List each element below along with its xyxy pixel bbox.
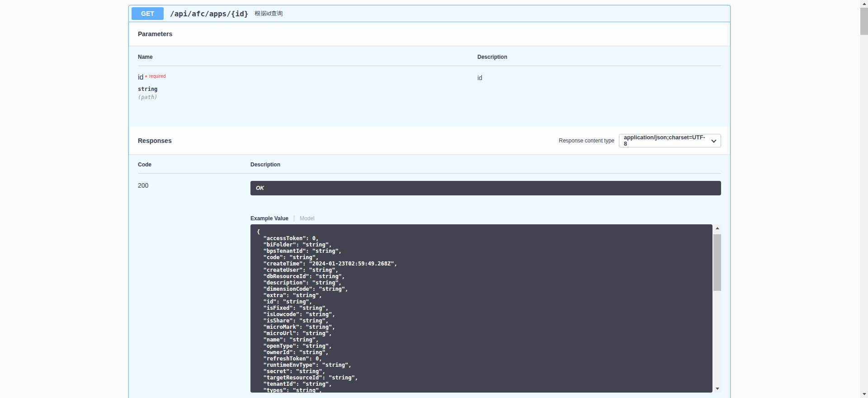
response-description-cell: OK Example Value Model { "accessToken": …	[250, 174, 721, 393]
example-json-code: { "accessToken": 0, "biFolder": "string"…	[250, 224, 712, 393]
responses-table: Code Description 200 OK Example Value Mo…	[129, 154, 730, 398]
parameters-title: Parameters	[138, 30, 172, 38]
param-col-name-header: Name	[138, 54, 477, 66]
example-code-pane: { "accessToken": 0, "biFolder": "string"…	[250, 224, 712, 393]
operation-summary[interactable]: GET /api/afc/apps/{id} 根据id查询	[129, 5, 730, 22]
tab-example-value[interactable]: Example Value	[250, 215, 294, 222]
example-scrollbar-thumb[interactable]	[713, 234, 721, 291]
tab-model[interactable]: Model	[294, 215, 315, 222]
page-scrollbar-thumb[interactable]	[860, 8, 868, 35]
http-method-badge: GET	[132, 7, 164, 20]
param-col-description-header: Description	[477, 54, 721, 66]
example-scrollbar[interactable]	[713, 224, 721, 393]
required-label: required	[149, 74, 166, 79]
response-content-type-group: Response content type application/json;c…	[559, 134, 721, 147]
response-description-text: OK	[250, 181, 721, 195]
response-content-type-select[interactable]: application/json;charset=UTF-8	[619, 134, 721, 147]
endpoint-summary-text: 根据id查询	[255, 9, 283, 18]
page-scroll-up-icon[interactable]	[860, 0, 868, 8]
example-scroll-down-icon[interactable]	[713, 385, 721, 393]
chevron-down-icon	[711, 137, 716, 142]
response-content-type-value: application/json;charset=UTF-8	[624, 134, 707, 147]
page-scrollbar[interactable]	[860, 0, 868, 398]
endpoint-path-link[interactable]: /api/afc/apps/{id}	[170, 9, 248, 18]
resp-col-code-header: Code	[138, 161, 250, 174]
parameters-table: Name Description id*required string (pat…	[129, 46, 730, 127]
required-star: *	[145, 74, 147, 81]
param-location: (path)	[138, 94, 477, 100]
responses-section-header: Responses Response content type applicat…	[129, 127, 730, 154]
param-row-name-cell: id*required string (path)	[138, 66, 477, 100]
page-scroll-down-icon[interactable]	[860, 390, 868, 398]
param-type: string	[138, 86, 477, 92]
responses-title: Responses	[138, 137, 172, 144]
parameters-section-header: Parameters	[129, 22, 730, 46]
example-scroll-up-icon[interactable]	[713, 224, 721, 232]
param-description: id	[477, 66, 721, 100]
resp-col-description-header: Description	[250, 161, 721, 174]
example-value-block: { "accessToken": 0, "biFolder": "string"…	[250, 224, 721, 393]
operation-block-get: GET /api/afc/apps/{id} 根据id查询 Parameters…	[128, 5, 731, 398]
response-code: 200	[138, 174, 250, 393]
param-name: id	[138, 73, 143, 81]
example-model-tabs: Example Value Model	[250, 215, 721, 222]
response-content-type-label: Response content type	[559, 137, 614, 144]
